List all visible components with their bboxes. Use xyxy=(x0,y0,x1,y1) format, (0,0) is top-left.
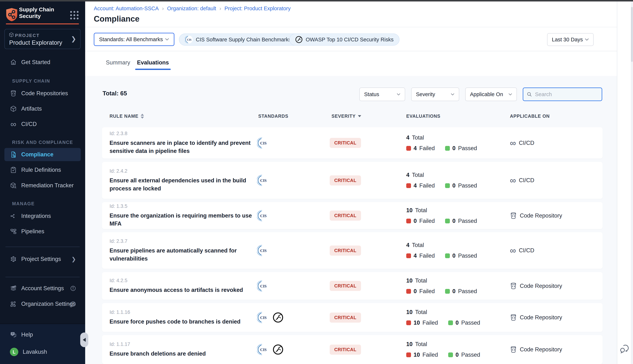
sidebar-item-get-started[interactable]: Get Started xyxy=(4,56,81,69)
rule-id: Id: 2.3.7 xyxy=(110,238,128,244)
pipelines-flow-icon xyxy=(10,228,17,235)
applicable-on-cell: ∞ CI/CD xyxy=(510,162,534,199)
sidebar-item-rule-definitions[interactable]: Rule Definitions xyxy=(4,163,81,176)
rule-id: Id: 2.3.8 xyxy=(110,131,128,136)
feedback-chat-icon[interactable] xyxy=(619,344,630,354)
severity-badge: CRITICAL xyxy=(330,312,361,322)
severity-filter-dropdown[interactable]: Severity xyxy=(411,88,459,101)
sidebar-item-label: Code Repositories xyxy=(21,90,68,97)
owasp-icon xyxy=(272,344,284,355)
standards-dropdown[interactable]: Standards: All Benchmarks xyxy=(94,33,174,46)
app-logo-shield-icon xyxy=(6,8,18,22)
sidebar-collapse-handle[interactable] xyxy=(80,332,88,347)
status-filter-dropdown[interactable]: Status xyxy=(359,88,405,101)
cicd-infinity-icon: ∞ xyxy=(510,178,516,182)
standards-cell: CIS xyxy=(257,202,269,229)
app-switcher-grid-icon[interactable] xyxy=(70,11,78,20)
table-row[interactable]: Id: 1.3.5 Ensure the organization is req… xyxy=(102,202,602,229)
passed-count: 0 xyxy=(452,182,456,189)
table-row[interactable]: Id: 4.2.5 Ensure anonymous access to art… xyxy=(102,272,602,300)
sidebar-item-cicd[interactable]: ∞ CI/CD xyxy=(4,118,81,131)
sidebar-item-artifacts[interactable]: Artifacts xyxy=(4,102,81,115)
sidebar-item-help[interactable]: ? Help xyxy=(4,328,81,341)
svg-text:CIS: CIS xyxy=(187,38,192,41)
user-name: Lavakush xyxy=(23,348,47,355)
tab-summary[interactable]: Summary xyxy=(106,59,130,66)
evaluations-cell: 4 Total 4 Failed 0 Passed xyxy=(406,127,477,158)
sidebar-item-account-settings[interactable]: Account Settings xyxy=(4,282,81,295)
sidebar-item-label: Compliance xyxy=(21,151,54,158)
svg-text:CIS: CIS xyxy=(260,248,266,253)
rule-name: Ensure scanners are in place to identify… xyxy=(110,139,254,155)
sidebar-item-integrations[interactable]: Integrations xyxy=(4,210,81,223)
breadcrumb-account-link[interactable]: Account: Automation-SSCA xyxy=(94,6,159,12)
svg-text:CIS: CIS xyxy=(260,284,266,288)
severity-cell: CRITICAL xyxy=(330,127,361,158)
table-row[interactable]: Id: 2.3.8 Ensure scanners are in place t… xyxy=(102,127,602,158)
severity-badge: CRITICAL xyxy=(330,281,361,291)
benchmark-chip-cis[interactable]: CIS CIS Software Supply Chain Benchmarks… xyxy=(179,34,306,46)
applicable-on-filter-dropdown[interactable]: Applicable On xyxy=(465,88,517,101)
failed-indicator xyxy=(406,289,411,294)
avatar: L xyxy=(10,348,18,356)
failed-indicator xyxy=(406,352,411,357)
sidebar-item-label: CI/CD xyxy=(21,121,37,128)
sidebar-item-pipelines[interactable]: Pipelines xyxy=(4,225,81,238)
failed-count: 10 xyxy=(414,352,420,358)
severity-badge: CRITICAL xyxy=(330,210,361,221)
failed-count: 10 xyxy=(414,320,420,326)
table-row[interactable]: Id: 1.1.16 Ensure force pushes code to b… xyxy=(102,303,602,332)
svg-text:CIS: CIS xyxy=(260,141,266,146)
table-row[interactable]: Id: 1.1.17 Ensure branch deletions are d… xyxy=(102,335,602,364)
compliance-document-icon xyxy=(10,151,17,158)
sidebar-item-label: Integrations xyxy=(21,213,51,219)
applicable-on-label: CI/CD xyxy=(519,140,534,146)
sidebar-item-compliance[interactable]: Compliance xyxy=(4,148,81,161)
search-input[interactable] xyxy=(535,91,596,98)
rule-name-cell: Id: 1.3.5 Ensure the organization is req… xyxy=(110,202,254,229)
sidebar-item-label: Artifacts xyxy=(21,106,42,112)
sidebar-item-code-repositories[interactable]: Code Repositories xyxy=(4,87,81,100)
passed-indicator xyxy=(445,254,450,258)
project-switcher[interactable]: PROJECT Product Exploratory ❯ xyxy=(4,29,80,49)
benchmark-chip-owasp[interactable]: OWASP Top 10 CI/CD Security Risks xyxy=(289,34,400,46)
svg-text:CIS: CIS xyxy=(260,214,266,218)
sidebar-item-label: Organization Settings xyxy=(21,301,76,307)
failed-count: 4 xyxy=(414,252,417,259)
scrollbar-thumb[interactable] xyxy=(631,7,633,62)
chip-label: CIS Software Supply Chain Benchmarks 1.0 xyxy=(196,36,300,43)
table-row[interactable]: Id: 2.4.2 Ensure all external dependenci… xyxy=(102,162,602,199)
integrations-share-icon xyxy=(10,212,17,220)
sidebar-item-label: Get Started xyxy=(21,59,50,66)
cis-icon: CIS xyxy=(257,174,269,186)
svg-text:CIS: CIS xyxy=(260,316,266,320)
severity-badge: CRITICAL xyxy=(330,138,361,148)
user-menu[interactable]: L Lavakush xyxy=(4,345,81,358)
breadcrumb-organization-link[interactable]: Organization: default xyxy=(167,6,216,12)
sidebar-item-remediation-tracker[interactable]: Remediation Tracker xyxy=(4,179,81,192)
info-icon[interactable] xyxy=(70,286,76,291)
applicable-on-label: CI/CD xyxy=(519,247,534,254)
applicable-on-cell: Code Repository xyxy=(510,202,562,229)
tab-evaluations[interactable]: Evaluations xyxy=(137,59,169,66)
applicable-on-label: Code Repository xyxy=(520,212,562,219)
column-header-severity[interactable]: SEVERITY xyxy=(332,114,361,119)
sidebar-item-project-settings[interactable]: Project Settings ❯ xyxy=(4,252,81,266)
total-count: 10 xyxy=(406,309,412,316)
passed-indicator xyxy=(445,183,450,188)
sidebar-footer: ? Help L Lavakush xyxy=(0,324,85,364)
breadcrumb-project-link[interactable]: Project: Product Exploratory xyxy=(224,6,291,12)
sidebar-item-organization-settings[interactable]: Organization Settings xyxy=(4,297,81,310)
rule-name-cell: Id: 2.3.7 Ensure pipelines are automatic… xyxy=(110,232,254,269)
column-header-rule-name[interactable]: RULE NAME xyxy=(110,114,144,119)
cis-icon: CIS xyxy=(257,244,269,256)
infinity-icon: ∞ xyxy=(10,121,17,128)
info-icon[interactable] xyxy=(70,301,76,307)
table-row[interactable]: Id: 2.3.7 Ensure pipelines are automatic… xyxy=(102,232,602,269)
sidebar-item-label: Rule Definitions xyxy=(21,166,61,173)
failed-count: 4 xyxy=(414,182,417,189)
rule-name-cell: Id: 4.2.5 Ensure anonymous access to art… xyxy=(110,272,254,300)
applicable-on-label: Code Repository xyxy=(520,346,562,353)
date-range-dropdown[interactable]: Last 30 Days xyxy=(547,33,594,46)
passed-indicator xyxy=(445,218,450,224)
